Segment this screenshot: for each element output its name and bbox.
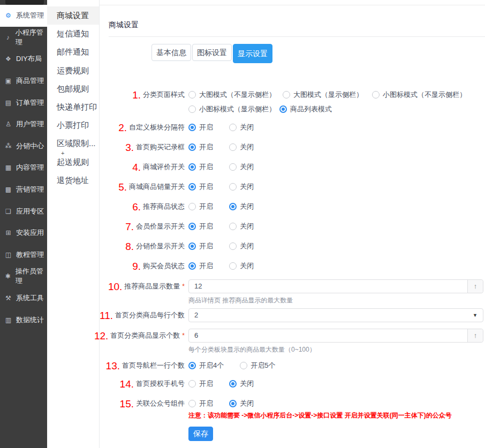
radio-button[interactable] <box>188 400 196 407</box>
radio-button[interactable] <box>372 91 380 98</box>
radio-button[interactable] <box>188 143 196 151</box>
radio-option[interactable]: 关闭 <box>229 398 254 409</box>
radio-button[interactable] <box>229 183 237 191</box>
radio-button[interactable] <box>188 105 196 113</box>
radio-option[interactable]: 小图标模式（显示侧栏） <box>188 104 279 115</box>
input-value: 6 <box>194 329 198 342</box>
sidebar-item-marketing[interactable]: ▩营销管理 <box>0 179 47 201</box>
save-button[interactable]: 保存 <box>188 427 213 441</box>
radio-option[interactable]: 关闭 <box>229 221 254 232</box>
radio-button[interactable] <box>188 262 196 270</box>
radio-button[interactable] <box>229 242 237 250</box>
radio-button[interactable] <box>188 124 196 131</box>
sidebar-item-distribution[interactable]: ⁂分销中心 <box>0 135 47 157</box>
sidebar-item-tools[interactable]: ⚒系统工具 <box>0 287 47 309</box>
radio-button[interactable] <box>188 163 196 171</box>
field-label: 2.自定义板块分隔符 <box>100 122 185 133</box>
radio-option[interactable]: 关闭 <box>229 378 254 389</box>
spinner-up-button[interactable]: ↑ <box>467 280 483 293</box>
submenu-item-min-delivery-rules[interactable]: 起送规则 <box>47 153 99 171</box>
radio-option[interactable]: 大图模式（不显示侧栏） <box>188 89 283 100</box>
tab-icon-settings[interactable]: 图标设置 <box>192 44 232 61</box>
radio-button[interactable] <box>229 262 237 270</box>
radio-button[interactable] <box>283 91 290 98</box>
row-number: 14. <box>120 379 134 389</box>
radio-option[interactable]: 开启 <box>188 142 213 153</box>
field-control: 开启关闭 <box>188 142 483 156</box>
sidebar-item-bar-chart[interactable]: ▥数据统计 <box>0 309 47 331</box>
recommend-goods-count-input[interactable]: 12↑ <box>188 279 483 293</box>
submenu-item-email-notify[interactable]: 邮件通知 <box>47 43 99 61</box>
radio-option[interactable]: 关闭 <box>229 201 254 212</box>
radio-option[interactable]: 开启5个 <box>240 360 275 371</box>
sidebar-item-app-zone[interactable]: ❏应用专区 <box>0 200 47 222</box>
sidebar-item-label: 小程序管理 <box>16 28 47 47</box>
radio-option[interactable]: 开启 <box>188 241 213 252</box>
home-category-count-input[interactable]: 6↑ <box>188 329 483 343</box>
radio-button[interactable] <box>188 91 196 98</box>
radio-button[interactable] <box>229 203 237 210</box>
sidebar-item-gear[interactable]: ⚙系统管理 <box>0 5 47 27</box>
radio-option[interactable]: 关闭 <box>229 142 254 153</box>
tab-display-settings[interactable]: 显示设置 <box>233 44 272 63</box>
radio-label: 关闭 <box>240 399 254 408</box>
sidebar-item-miniprogram[interactable]: ♪小程序管理 <box>0 27 47 49</box>
submenu-sidebar: 商城设置短信通知邮件通知运费规则包邮规则快递单打印小票打印区域限制...起送规则… <box>47 0 100 448</box>
radio-button[interactable] <box>188 242 196 250</box>
radio-button[interactable] <box>229 163 237 171</box>
submenu-item-sms-notify[interactable]: 短信通知 <box>47 25 99 43</box>
sidebar-item-diy-layout[interactable]: ❖DIY布局 <box>0 48 47 70</box>
radio-option[interactable]: 关闭 <box>229 261 254 271</box>
tab-basic-info[interactable]: 基本信息 <box>151 44 191 61</box>
submenu-item-freight-rules[interactable]: 运费规则 <box>47 62 99 80</box>
radio-button[interactable] <box>279 105 287 113</box>
home-category-per-row-select[interactable]: 2▼ <box>188 308 483 322</box>
sidebar-item-goods[interactable]: ▣商品管理 <box>0 70 47 92</box>
submenu-item-receipt-print[interactable]: 小票打印 <box>47 116 99 134</box>
radio-button[interactable] <box>188 203 196 210</box>
row-number: 13. <box>106 361 120 371</box>
radio-option[interactable]: 小图标模式（不显示侧栏） <box>372 89 466 100</box>
radio-option[interactable]: 大图模式（显示侧栏） <box>283 89 372 100</box>
sidebar-item-operator[interactable]: ✱操作员管理 <box>0 265 47 287</box>
radio-button[interactable] <box>229 143 237 151</box>
radio-button[interactable] <box>188 380 196 388</box>
sidebar-item-content[interactable]: ▦内容管理 <box>0 157 47 179</box>
radio-button[interactable] <box>229 380 237 388</box>
submenu-item-return-address[interactable]: 退货地址 <box>47 171 99 189</box>
radio-option[interactable]: 关闭 <box>229 241 254 252</box>
submenu-item-express-print[interactable]: 快递单打印 <box>47 98 99 116</box>
sidebar-item-tutorial[interactable]: ◫教程管理 <box>0 244 47 266</box>
expand-plus-icon[interactable]: + <box>61 150 64 156</box>
radio-option[interactable]: 开启 <box>188 221 213 232</box>
radio-option[interactable]: 开启 <box>188 201 213 212</box>
spinner-up-button[interactable]: ↑ <box>467 329 483 342</box>
submenu-item-area-limit[interactable]: 区域限制... <box>47 134 99 153</box>
radio-button[interactable] <box>229 400 237 407</box>
radio-option[interactable]: 开启4个 <box>188 360 224 371</box>
radio-button[interactable] <box>188 362 196 369</box>
radio-option[interactable]: 开启 <box>188 162 213 172</box>
field-label-text: 会员价显示开关 <box>136 222 185 231</box>
sidebar-item-user[interactable]: ♙用户管理 <box>0 113 47 135</box>
sidebar-item-order[interactable]: ▤订单管理 <box>0 92 47 113</box>
submenu-item-mall-settings[interactable]: 商城设置 <box>47 6 99 25</box>
radio-button[interactable] <box>240 362 247 369</box>
radio-option[interactable]: 开启 <box>188 398 213 409</box>
field-label: 9.购买会员状态 <box>100 261 185 271</box>
radio-option[interactable]: 开启 <box>188 181 213 192</box>
submenu-item-free-shipping-rules[interactable]: 包邮规则 <box>47 80 99 98</box>
radio-option[interactable]: 开启 <box>188 378 213 389</box>
radio-option[interactable]: 开启 <box>188 261 213 271</box>
radio-button[interactable] <box>188 223 196 230</box>
sidebar-item-label: 营销管理 <box>16 185 44 194</box>
radio-button[interactable] <box>229 124 237 131</box>
radio-option[interactable]: 关闭 <box>229 122 254 133</box>
radio-option[interactable]: 开启 <box>188 122 213 133</box>
radio-button[interactable] <box>229 223 237 230</box>
sidebar-item-install-app[interactable]: ⊞安装应用 <box>0 222 47 244</box>
radio-option[interactable]: 关闭 <box>229 181 254 192</box>
radio-option[interactable]: 商品列表模式 <box>279 104 332 115</box>
radio-option[interactable]: 关闭 <box>229 162 254 172</box>
radio-button[interactable] <box>188 183 196 191</box>
